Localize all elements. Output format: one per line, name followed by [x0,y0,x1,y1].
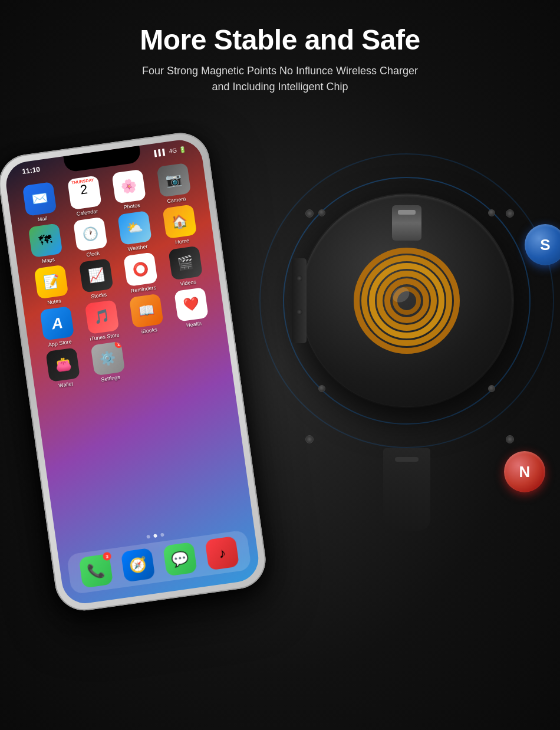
left-arm [292,258,307,343]
app-icon-itunes[interactable]: 🎵 iTunes Store [79,299,126,343]
app-icon-ibooks[interactable]: 📖 iBooks [124,292,170,336]
settings-badge: 2 [114,341,123,348]
app-icon-camera[interactable]: 📷 Camera [151,162,197,206]
app-icon-appstore[interactable]: A App Store [34,305,81,349]
edge-screw-tr [506,209,514,218]
screw-tl [318,209,325,216]
status-icons: ▌▌▌ 4G 🔋 [154,146,187,156]
weather-label: Weather [127,244,148,252]
app-grid: ✉️ Mail Thursday 2 Calendar 🌸 [14,159,223,393]
dock-phone[interactable]: 📞 3 [78,554,113,588]
calendar-icon: Thursday 2 [67,175,102,210]
app-icon-maps[interactable]: 🗺 Maps [23,222,70,266]
photos-icon: 🌸 [112,169,147,204]
screw-bl [318,385,325,392]
connector-pin [398,210,416,215]
product-scene: 11:10 ▌▌▌ 4G 🔋 ✉️ Mail [0,118,560,708]
iphone-body: 11:10 ▌▌▌ 4G 🔋 ✉️ Mail [0,129,269,614]
dock-safari[interactable]: 🧭 [121,548,156,583]
network-type: 4G [169,147,177,154]
app-icon-clock[interactable]: 🕐 Clock [67,216,114,259]
videos-label: Videos [180,279,196,287]
health-label: Health [186,320,202,328]
calendar-label: Calendar [76,208,98,217]
stocks-label: Stocks [91,291,107,300]
app-icon-weather[interactable]: ⛅ Weather [112,210,159,254]
app-icon-settings[interactable]: ⚙️ 2 Settings [85,340,131,384]
camera-icon: 📷 [156,163,191,198]
ibooks-icon: 📖 [129,294,164,328]
sub-title: Four Strong Magnetic Points No Influnce … [0,63,560,95]
reminders-icon: ⭕ [123,252,158,287]
app-icon-stocks[interactable]: 📈 Stocks [73,258,120,301]
phone-badge: 3 [103,551,112,561]
app-icon-wallet[interactable]: 👛 Wallet [40,347,87,390]
mail-label: Mail [37,215,48,222]
main-title: More Stable and Safe [0,24,560,56]
app-icon-videos[interactable]: 🎬 Videos [163,245,209,288]
reminders-label: Reminders [130,284,156,294]
appstore-icon: A [40,306,75,341]
notes-icon: 📝 [34,265,69,300]
edge-screw-bl [305,435,314,443]
header-section: More Stable and Safe Four Strong Magneti… [0,0,560,95]
app-icon-notes[interactable]: 📝 Notes [29,264,75,307]
clock-label: Clock [86,250,100,258]
app-icon-calendar[interactable]: Thursday 2 Calendar [62,175,108,218]
app-icon-mail[interactable]: ✉️ Mail [17,181,64,225]
ibooks-label: iBooks [141,327,157,335]
screw-tr [488,209,495,216]
wallet-label: Wallet [58,381,74,389]
dock-area: 📞 3 🧭 💬 ♪ [65,521,252,594]
mail-icon: ✉️ [22,182,57,216]
iphone-screen: 11:10 ▌▌▌ 4G 🔋 ✉️ Mail [3,137,261,606]
charger-disc [301,195,513,407]
arm-screw-1 [297,275,302,281]
stand-detail [395,457,419,462]
camera-label: Camera [167,196,186,204]
signal-icon: ▌▌▌ [154,148,167,156]
maps-icon: 🗺 [28,223,63,258]
page-dot-active [153,534,157,538]
maps-label: Maps [41,257,55,264]
charger-stand [383,448,430,531]
usb-connector [392,205,421,241]
page-dot [160,533,164,537]
battery-icon: 🔋 [179,146,186,153]
app-icon-photos[interactable]: 🌸 Photos [106,168,153,212]
videos-icon: 🎬 [168,246,203,281]
appstore-label: App Store [48,338,72,347]
wallet-icon: 👛 [46,347,81,382]
photos-label: Photos [123,202,140,211]
home-icon: 🏠 [162,204,197,239]
edge-screw-tl [305,209,314,218]
arm-screw-2 [297,309,302,315]
coil-svg [348,242,466,360]
screw-br [488,385,495,392]
status-time: 11:10 [21,165,40,176]
dock-messages[interactable]: 💬 [163,542,197,577]
home-label: Home [175,238,190,245]
weather-icon: ⛅ [117,211,152,245]
itunes-icon: 🎵 [84,300,119,334]
app-icon-reminders[interactable]: ⭕ Reminders [118,251,164,295]
stocks-icon: 📈 [79,258,114,293]
notes-label: Notes [47,298,62,305]
page-dot [146,535,150,539]
edge-screw-br [506,435,514,443]
charger-device: S N [265,147,548,531]
health-icon: ❤️ [174,287,209,322]
app-icon-health[interactable]: ❤️ Health [169,287,215,330]
app-icon-home[interactable]: 🏠 Home [157,203,203,247]
settings-label: Settings [101,374,121,382]
dock: 📞 3 🧭 💬 ♪ [67,530,252,594]
settings-icon: ⚙️ 2 [90,341,125,376]
iphone-device: 11:10 ▌▌▌ 4G 🔋 ✉️ Mail [0,116,289,675]
dock-music[interactable]: ♪ [205,536,239,571]
clock-icon: 🕐 [73,217,108,252]
magnet-n-pole: N [504,451,545,492]
